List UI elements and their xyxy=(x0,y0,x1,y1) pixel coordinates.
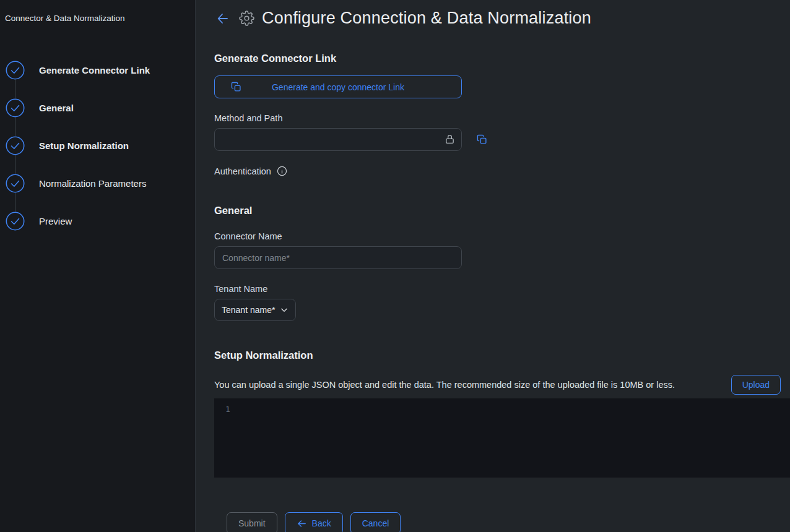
step-setup-normalization[interactable]: Setup Normalization xyxy=(5,127,189,165)
sidebar-title: Connector & Data Normalization xyxy=(5,14,189,23)
check-circle-icon xyxy=(6,174,25,193)
setup-description: You can upload a single JSON object and … xyxy=(214,380,723,390)
cancel-button[interactable]: Cancel xyxy=(350,512,401,532)
form-content: Generate Connector Link Generate and cop… xyxy=(196,28,790,532)
method-path-label: Method and Path xyxy=(214,113,790,123)
lock-icon xyxy=(445,134,455,145)
step-label: Generate Connector Link xyxy=(39,65,150,75)
step-general[interactable]: General xyxy=(5,89,189,127)
step-generate-connector-link[interactable]: Generate Connector Link xyxy=(5,51,189,89)
method-path-row xyxy=(214,128,790,151)
step-normalization-parameters[interactable]: Normalization Parameters xyxy=(5,165,189,202)
submit-button[interactable]: Submit xyxy=(227,512,277,532)
sidebar: Connector & Data Normalization Generate … xyxy=(0,0,196,532)
arrow-left-icon xyxy=(297,518,307,529)
copy-icon xyxy=(231,82,241,92)
method-path-input-wrap xyxy=(214,128,462,151)
step-preview[interactable]: Preview xyxy=(5,202,189,240)
page-title: Configure Connection & Data Normalizatio… xyxy=(262,9,591,28)
step-label: Setup Normalization xyxy=(39,140,129,151)
generate-copy-link-label: Generate and copy connector Link xyxy=(272,82,404,92)
page-header: Configure Connection & Data Normalizatio… xyxy=(196,0,790,28)
info-icon[interactable] xyxy=(277,166,287,176)
setup-section-heading: Setup Normalization xyxy=(214,350,790,361)
generate-section-heading: Generate Connector Link xyxy=(214,53,790,64)
connector-gear-icon xyxy=(239,11,254,26)
arrow-left-icon xyxy=(215,11,230,26)
check-circle-icon xyxy=(6,98,25,118)
submit-label: Submit xyxy=(238,518,266,528)
connector-name-label: Connector Name xyxy=(214,231,790,241)
step-label: Preview xyxy=(39,216,72,226)
back-label: Back xyxy=(312,518,331,528)
tenant-name-select[interactable]: Tenant name* xyxy=(214,299,296,321)
check-circle-icon xyxy=(6,61,25,80)
generate-copy-link-button[interactable]: Generate and copy connector Link xyxy=(214,75,462,98)
chevron-down-icon xyxy=(280,306,289,314)
method-path-input[interactable] xyxy=(214,128,462,151)
back-arrow-button[interactable] xyxy=(214,10,232,27)
cancel-label: Cancel xyxy=(362,518,389,528)
copy-method-path-icon[interactable] xyxy=(477,134,487,145)
json-editor[interactable]: 1 xyxy=(214,398,790,478)
step-label: Normalization Parameters xyxy=(39,178,146,189)
authentication-label: Authentication xyxy=(214,166,271,176)
step-label: General xyxy=(39,103,74,113)
connector-name-input[interactable] xyxy=(214,246,462,269)
upload-button[interactable]: Upload xyxy=(731,375,781,395)
connector-name-input-wrap xyxy=(214,246,462,269)
tenant-name-selected-value: Tenant name* xyxy=(222,305,275,315)
authentication-row: Authentication xyxy=(214,166,790,176)
footer-actions: Submit Back Cancel xyxy=(227,478,790,532)
general-section-heading: General xyxy=(214,205,790,217)
setup-description-row: You can upload a single JSON object and … xyxy=(214,375,790,395)
check-circle-icon xyxy=(6,136,25,155)
app-window: Connector & Data Normalization Generate … xyxy=(0,0,790,532)
wizard-stepper: Generate Connector Link General Setup No… xyxy=(5,51,189,240)
check-circle-icon xyxy=(6,212,25,231)
tenant-name-label: Tenant Name xyxy=(214,284,790,294)
editor-line-number: 1 xyxy=(225,405,230,414)
main-panel: Configure Connection & Data Normalizatio… xyxy=(196,0,790,532)
back-button[interactable]: Back xyxy=(285,512,343,532)
